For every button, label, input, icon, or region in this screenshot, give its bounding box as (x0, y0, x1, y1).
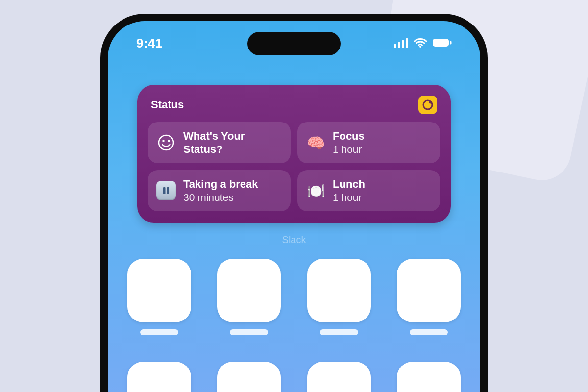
status-tile-focus[interactable]: 🧠 Focus 1 hour (297, 122, 440, 163)
svg-rect-2 (402, 40, 404, 48)
cellular-icon (394, 36, 409, 51)
widget-label: Slack (108, 234, 480, 245)
app-placeholder[interactable] (307, 259, 371, 335)
widget-title: Status (151, 98, 184, 111)
status-time: 9:41 (136, 36, 163, 51)
status-tile-lunch[interactable]: 🍽️ Lunch 1 hour (297, 170, 440, 211)
battery-icon (432, 36, 452, 51)
app-placeholder[interactable] (397, 259, 461, 335)
tile-subtitle: 1 hour (333, 191, 365, 204)
svg-point-4 (419, 46, 421, 48)
tile-title: Taking a break (183, 177, 258, 191)
smiley-icon (156, 132, 176, 153)
tile-title: What's Your (183, 129, 245, 143)
app-placeholder[interactable] (127, 259, 191, 335)
svg-rect-13 (167, 187, 170, 194)
brain-icon: 🧠 (305, 132, 326, 153)
wifi-icon (414, 36, 427, 51)
svg-rect-12 (163, 187, 166, 194)
phone-screen: 9:41 Status (108, 21, 480, 392)
tile-title: Focus (333, 129, 365, 143)
tile-title-line2: Status? (183, 143, 245, 156)
svg-point-8 (429, 101, 432, 104)
svg-rect-6 (450, 41, 452, 45)
svg-rect-3 (406, 38, 408, 48)
svg-point-11 (168, 140, 170, 142)
svg-rect-1 (398, 42, 400, 48)
tile-title: Lunch (333, 177, 365, 191)
status-widget[interactable]: Status What's Your Status? 🧠 (137, 85, 451, 223)
slack-app-icon (418, 96, 437, 114)
svg-rect-5 (433, 39, 449, 47)
status-tile-custom[interactable]: What's Your Status? (148, 122, 291, 163)
app-placeholder[interactable] (217, 362, 281, 392)
status-tile-break[interactable]: Taking a break 30 minutes (148, 170, 291, 211)
app-placeholder[interactable] (397, 362, 461, 392)
app-placeholder[interactable] (127, 362, 191, 392)
svg-point-10 (162, 140, 165, 142)
svg-rect-0 (394, 44, 396, 48)
tile-subtitle: 30 minutes (183, 191, 258, 204)
plate-icon: 🍽️ (305, 180, 326, 201)
tile-subtitle: 1 hour (333, 143, 365, 156)
status-bar: 9:41 (108, 36, 480, 51)
app-placeholder[interactable] (307, 362, 371, 392)
phone-frame: 9:41 Status (100, 14, 488, 392)
home-row-1 (127, 259, 461, 335)
pause-icon (156, 180, 176, 201)
home-row-2 (127, 362, 461, 392)
app-placeholder[interactable] (217, 259, 281, 335)
svg-point-9 (159, 135, 173, 150)
